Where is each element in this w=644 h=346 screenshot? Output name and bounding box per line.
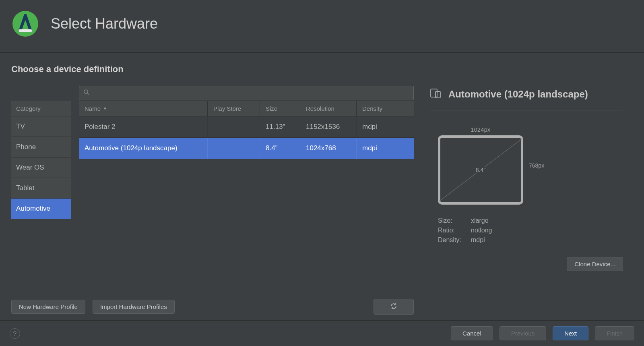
device-resolution: 1152x1536	[300, 116, 357, 137]
svg-line-3	[87, 93, 89, 95]
spec-size-label: Size:	[438, 216, 471, 226]
preview-title: Automotive (1024p landscape)	[448, 89, 588, 100]
wizard-header: Select Hardware	[0, 0, 644, 53]
spec-list: Size: xlarge Ratio: notlong Density: mdp…	[438, 216, 623, 245]
refresh-button[interactable]	[374, 299, 414, 315]
column-resolution[interactable]: Resolution	[300, 101, 357, 116]
device-size: 8.4"	[260, 138, 300, 159]
help-button[interactable]: ?	[10, 328, 20, 339]
device-name: Automotive (1024p landscape)	[79, 138, 208, 159]
svg-point-2	[84, 90, 88, 93]
device-play-store	[208, 116, 260, 137]
category-automotive[interactable]: Automotive	[11, 199, 71, 219]
preview-panel: Automotive (1024p landscape) 1024px 8.4"…	[422, 86, 633, 316]
category-wear-os[interactable]: Wear OS	[11, 157, 71, 178]
clone-device-button[interactable]: Clone Device...	[567, 257, 623, 271]
next-button[interactable]: Next	[553, 326, 588, 340]
category-header: Category	[11, 101, 71, 116]
table-header: Name ▼ Play Store Size Resolution Densit…	[79, 101, 414, 116]
refresh-icon	[390, 304, 397, 311]
category-tv[interactable]: TV	[11, 116, 71, 137]
diagram-width-label: 1024px	[471, 126, 491, 133]
search-box[interactable]	[79, 86, 414, 100]
table-row[interactable]: Automotive (1024p landscape) 8.4" 1024x7…	[79, 138, 414, 159]
content-area: Choose a device definition Category TV P…	[0, 53, 644, 320]
previous-button[interactable]: Previous	[500, 326, 546, 340]
device-table: Name ▼ Play Store Size Resolution Densit…	[79, 101, 414, 294]
diagram-diagonal-label: 8.4"	[473, 167, 489, 173]
diagram-height-label: 768px	[529, 162, 544, 169]
device-density: mdpi	[357, 138, 398, 159]
column-play-store[interactable]: Play Store	[208, 101, 260, 116]
spec-density-value: mdpi	[471, 235, 485, 245]
device-resolution: 1024x768	[300, 138, 357, 159]
svg-point-1	[23, 17, 27, 21]
diagram-screen: 8.4"	[438, 135, 523, 205]
spec-size-value: xlarge	[471, 216, 489, 226]
question-icon: ?	[13, 330, 17, 337]
android-studio-logo	[12, 10, 39, 37]
finish-button[interactable]: Finish	[595, 326, 634, 340]
svg-rect-4	[431, 89, 437, 97]
column-density[interactable]: Density	[357, 101, 398, 116]
device-play-store	[208, 138, 260, 159]
wizard-footer: ? Cancel Previous Next Finish	[0, 320, 644, 346]
table-row[interactable]: Polestar 2 11.13" 1152x1536 mdpi	[79, 116, 414, 138]
page-title: Select Hardware	[51, 15, 158, 32]
device-density: mdpi	[357, 116, 398, 137]
cancel-button[interactable]: Cancel	[451, 326, 493, 340]
spec-ratio-value: notlong	[471, 226, 492, 235]
spec-density-label: Density:	[438, 235, 471, 245]
device-diagram: 1024px 8.4" 768px	[438, 126, 623, 205]
column-name-label: Name	[85, 105, 101, 112]
search-input[interactable]	[92, 90, 409, 96]
search-icon	[83, 89, 90, 97]
category-list: Category TV Phone Wear OS Tablet Automot…	[11, 101, 71, 294]
device-size: 11.13"	[260, 116, 300, 137]
devices-icon	[430, 87, 442, 101]
new-hardware-profile-button[interactable]: New Hardware Profile	[11, 300, 85, 314]
column-size[interactable]: Size	[260, 101, 300, 116]
device-name: Polestar 2	[79, 116, 208, 137]
content-subtitle: Choose a device definition	[11, 64, 633, 75]
category-phone[interactable]: Phone	[11, 137, 71, 157]
spec-ratio-label: Ratio:	[438, 226, 471, 235]
column-name[interactable]: Name ▼	[79, 101, 208, 116]
category-tablet[interactable]: Tablet	[11, 178, 71, 199]
sort-desc-icon: ▼	[103, 106, 107, 111]
import-hardware-profiles-button[interactable]: Import Hardware Profiles	[93, 300, 175, 314]
